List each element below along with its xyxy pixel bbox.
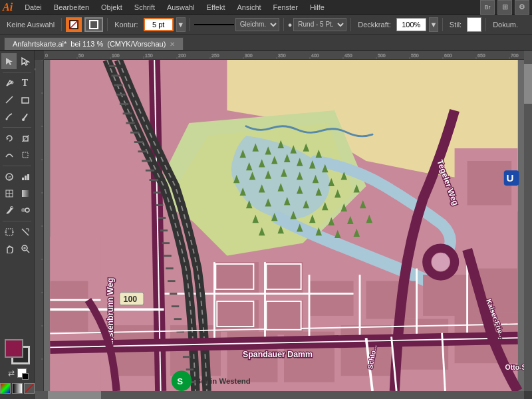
sep5 xyxy=(350,18,351,31)
scrollbar-horizontal[interactable] xyxy=(35,391,524,399)
direct-select-tool-btn[interactable] xyxy=(17,53,33,69)
tab-mode: (CMYK/Vorschau) xyxy=(107,40,166,48)
menu-ansicht[interactable]: Ansicht xyxy=(232,2,267,13)
shape-tool-btn[interactable] xyxy=(17,92,33,108)
opacity-input[interactable] xyxy=(396,18,426,31)
svg-rect-16 xyxy=(22,178,24,180)
solid-color-btn[interactable] xyxy=(0,383,11,394)
svg-text:450: 450 xyxy=(344,53,352,58)
stroke-type-select[interactable]: Gleichm. xyxy=(235,18,279,31)
gradient-tool-btn[interactable] xyxy=(17,186,33,201)
menu-bearbeiten[interactable]: Bearbeiten xyxy=(49,2,94,13)
eyedropper-tool-btn[interactable] xyxy=(1,202,17,218)
scrollbar-thumb-h[interactable] xyxy=(48,391,101,399)
tool-row-5 xyxy=(1,130,33,146)
menu-auswahl[interactable]: Auswahl xyxy=(162,2,200,13)
svg-marker-10 xyxy=(7,138,9,140)
menu-schrift[interactable]: Schrift xyxy=(129,2,160,13)
menu-objekt[interactable]: Objekt xyxy=(96,2,128,13)
swap-icon[interactable]: ⇄ xyxy=(8,368,15,378)
none-color-btn[interactable] xyxy=(24,383,35,394)
symbol-tool-btn[interactable]: S xyxy=(1,169,17,185)
grid-btn[interactable]: ⊞ xyxy=(497,0,512,15)
svg-line-31 xyxy=(27,250,29,253)
cap-select[interactable]: Rund - 5 Pt. xyxy=(293,18,346,31)
svg-rect-26 xyxy=(6,229,13,235)
ruler-horizontal: 0 50 100 150 200 250 300 350 400 450 500… xyxy=(44,51,524,60)
selection-label: Keine Auswahl xyxy=(4,21,57,29)
tool-row-9 xyxy=(1,202,33,218)
fill-swatch[interactable] xyxy=(5,339,23,358)
opacity-down-btn[interactable]: ▼ xyxy=(429,17,438,32)
hand-tool-btn[interactable] xyxy=(1,241,17,257)
ruler-corner xyxy=(35,51,44,60)
svg-rect-84 xyxy=(50,281,88,332)
mesh-icon xyxy=(5,189,14,198)
menu-fenster[interactable]: Fenster xyxy=(268,2,303,13)
graph-icon xyxy=(21,172,30,182)
none-swatch-row: ⇄ xyxy=(8,368,27,378)
fill-stroke-pair[interactable] xyxy=(5,339,30,364)
brush-tool-btn[interactable] xyxy=(17,108,33,124)
graph-tool-btn[interactable] xyxy=(17,169,33,185)
slice-icon xyxy=(21,227,30,237)
style-swatch[interactable] xyxy=(467,17,481,32)
gradient-color-btn[interactable] xyxy=(12,383,23,394)
toolbox: T xyxy=(0,51,35,399)
pen-tool-btn[interactable] xyxy=(1,75,17,91)
arrow-icon xyxy=(5,57,14,66)
kontur-label: Kontur: xyxy=(112,21,140,29)
mesh-tool-btn[interactable] xyxy=(1,186,17,201)
app-logo: Ai xyxy=(3,1,13,13)
type-tool-btn[interactable]: T xyxy=(17,75,33,91)
warp-icon xyxy=(5,150,14,160)
line-tool-btn[interactable] xyxy=(1,92,17,108)
dokum-label: Dokum. xyxy=(490,21,521,29)
zoom-tool-btn[interactable] xyxy=(17,241,33,257)
tool-row-7: S xyxy=(1,169,33,185)
svg-text:0: 0 xyxy=(45,53,48,58)
bullet-dot: ● xyxy=(288,21,293,29)
blend-icon xyxy=(21,205,30,215)
svg-text:300: 300 xyxy=(245,53,253,58)
tool-row-6 xyxy=(1,147,33,163)
scale-tool-btn[interactable] xyxy=(17,130,33,146)
svg-marker-3 xyxy=(6,58,13,65)
slice-tool-btn[interactable] xyxy=(17,224,33,240)
stroke-swatch-btn[interactable] xyxy=(84,17,103,32)
svg-line-6 xyxy=(6,96,13,103)
menu-datei[interactable]: Datei xyxy=(19,2,47,13)
svg-text:S: S xyxy=(8,175,11,181)
tool-row-3 xyxy=(1,92,33,108)
svg-rect-13 xyxy=(23,152,28,158)
line-icon xyxy=(5,95,14,104)
blend-tool-btn[interactable] xyxy=(17,202,33,218)
stroke-input[interactable] xyxy=(144,18,174,31)
menu-hilfe[interactable]: Hilfe xyxy=(305,2,330,13)
rotate-tool-btn[interactable] xyxy=(1,130,17,146)
document-tab[interactable]: Anfahrtskarte.ai* bei 113 % (CMYK/Vorsch… xyxy=(4,37,184,50)
svg-text:0: 0 xyxy=(35,68,36,70)
cap-area: ● Rund - 5 Pt. xyxy=(288,18,347,31)
stroke-type-preview: Gleichm. xyxy=(194,18,279,31)
menu-effekt[interactable]: Effekt xyxy=(201,2,231,13)
pencil-tool-btn[interactable] xyxy=(1,108,17,124)
select-tool-btn[interactable] xyxy=(1,53,17,69)
map-canvas[interactable]: 100 U S xyxy=(44,60,524,391)
svg-text:50: 50 xyxy=(78,53,84,58)
artboard-tool-btn[interactable] xyxy=(1,224,17,240)
freetransform-tool-btn[interactable] xyxy=(17,147,33,163)
tab-close-btn[interactable]: ✕ xyxy=(170,41,175,48)
bridge-btn[interactable]: Br xyxy=(480,0,495,15)
scrollbar-vertical[interactable] xyxy=(524,51,532,391)
canvas-area: 0 50 100 150 200 250 300 350 400 450 500… xyxy=(35,51,532,399)
default-colors-icon[interactable] xyxy=(17,368,27,378)
stroke-down-btn[interactable]: ▼ xyxy=(176,17,186,32)
tool-div-3 xyxy=(3,166,31,166)
fill-btn[interactable] xyxy=(66,17,82,32)
tool-row-8 xyxy=(1,186,33,201)
workspace-btn[interactable]: ⚙ xyxy=(515,0,529,15)
ruler-vertical: 0 xyxy=(35,60,44,391)
warp-tool-btn[interactable] xyxy=(1,147,17,163)
scrollbar-thumb-v[interactable] xyxy=(524,64,532,104)
